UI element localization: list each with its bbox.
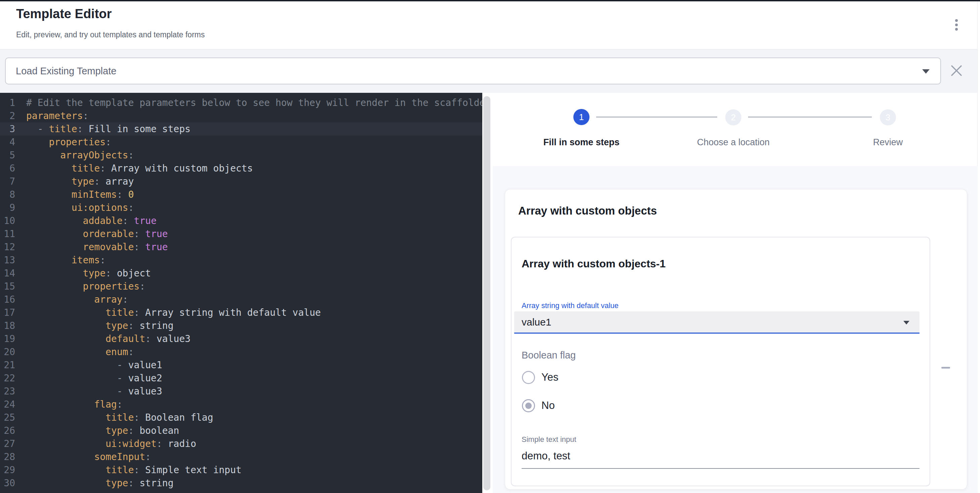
code-text: - title: Fill in some steps	[26, 123, 191, 134]
code-text: title: Boolean flag	[26, 412, 213, 423]
minus-icon	[941, 367, 950, 369]
radio-option-no[interactable]: No	[522, 399, 555, 412]
code-text: properties:	[26, 281, 145, 292]
code-text: type: string	[26, 320, 173, 331]
yaml-code-editor[interactable]: 1# Edit the template parameters below to…	[0, 93, 482, 493]
code-line-21[interactable]: 21 - value1	[0, 359, 482, 372]
code-text: - value1	[26, 359, 162, 370]
code-text: someInput:	[26, 451, 151, 463]
more-options-button[interactable]	[949, 15, 964, 35]
code-line-24[interactable]: 24 flag:	[0, 398, 482, 411]
line-number: 6	[0, 162, 15, 175]
caret-down-icon	[904, 321, 909, 324]
line-number: 22	[0, 372, 15, 385]
code-line-12[interactable]: 12 removable: true	[0, 241, 482, 254]
code-line-29[interactable]: 29 title: Simple text input	[0, 463, 482, 477]
array-string-select-label: Array string with default value	[522, 301, 619, 310]
code-line-7[interactable]: 7 type: array	[0, 175, 482, 188]
code-line-25[interactable]: 25 title: Boolean flag	[0, 411, 482, 424]
step-2-label[interactable]: Choose a location	[666, 137, 800, 148]
code-line-2[interactable]: 2parameters:	[0, 109, 482, 123]
code-line-11[interactable]: 11 orderable: true	[0, 227, 482, 241]
code-line-17[interactable]: 17 title: Array string with default valu…	[0, 306, 482, 319]
editor-scrollbar[interactable]	[483, 96, 490, 490]
step-2-indicator[interactable]: 2	[725, 109, 741, 125]
simple-text-input[interactable]: demo, test	[522, 450, 570, 462]
code-line-30[interactable]: 30 type: string	[0, 477, 482, 490]
step-3-indicator[interactable]: 3	[880, 109, 896, 125]
line-number: 7	[0, 175, 15, 188]
radio-label: Yes	[541, 371, 558, 383]
code-line-1[interactable]: 1# Edit the template parameters below to…	[0, 96, 482, 109]
line-number: 9	[0, 201, 15, 214]
array-item-title: Array with custom objects-1	[522, 258, 666, 270]
load-existing-template-select[interactable]: Load Existing Template	[5, 57, 941, 85]
code-text: minItems: 0	[26, 189, 134, 200]
line-number: 20	[0, 345, 15, 359]
code-text: type: boolean	[26, 425, 179, 436]
form-section-title: Array with custom objects	[518, 204, 657, 217]
step-1-indicator[interactable]: 1	[573, 109, 589, 125]
line-number: 1	[0, 96, 15, 109]
line-number: 19	[0, 332, 15, 345]
code-line-27[interactable]: 27 ui:widget: radio	[0, 437, 482, 450]
code-line-22[interactable]: 22 - value2	[0, 372, 482, 385]
line-number: 25	[0, 411, 15, 424]
code-line-13[interactable]: 13 items:	[0, 254, 482, 267]
line-number: 14	[0, 267, 15, 280]
code-text: - value2	[26, 373, 162, 384]
remove-array-item-button[interactable]	[938, 360, 953, 375]
code-line-6[interactable]: 6 title: Array with custom objects	[0, 162, 482, 175]
code-text: type: object	[26, 268, 151, 279]
stepper-connector	[596, 117, 717, 117]
step-1-label[interactable]: Fill in some steps	[514, 137, 649, 148]
step-3-label[interactable]: Review	[821, 137, 955, 148]
close-icon	[949, 63, 964, 78]
line-number: 28	[0, 450, 15, 463]
code-line-9[interactable]: 9 ui:options:	[0, 201, 482, 214]
line-number: 2	[0, 109, 15, 123]
code-text: ui:widget: radio	[26, 438, 196, 449]
code-text: # Edit the template parameters below to …	[26, 97, 482, 108]
code-text: removable: true	[26, 241, 168, 252]
code-line-16[interactable]: 16 array:	[0, 293, 482, 306]
kebab-menu-icon	[955, 28, 958, 30]
code-line-8[interactable]: 8 minItems: 0	[0, 188, 482, 201]
code-text: orderable: true	[26, 228, 168, 239]
line-number: 5	[0, 148, 15, 162]
code-text: title: Array string with default value	[26, 307, 321, 318]
line-number: 29	[0, 463, 15, 477]
code-text: properties:	[26, 137, 111, 148]
line-number: 10	[0, 214, 15, 227]
array-string-select[interactable]: value1	[514, 311, 920, 333]
array-item-card	[511, 237, 930, 486]
code-text: parameters:	[26, 110, 88, 121]
line-number: 11	[0, 227, 15, 241]
code-line-3[interactable]: 3 - title: Fill in some steps	[0, 123, 482, 136]
radio-checked-icon[interactable]	[522, 399, 535, 412]
code-line-26[interactable]: 26 type: boolean	[0, 424, 482, 437]
select-value: value1	[522, 311, 551, 333]
code-line-10[interactable]: 10 addable: true	[0, 214, 482, 227]
code-line-14[interactable]: 14 type: object	[0, 267, 482, 280]
line-number: 21	[0, 359, 15, 372]
code-line-20[interactable]: 20 enum:	[0, 345, 482, 359]
line-number: 18	[0, 319, 15, 332]
code-text: ui:options:	[26, 202, 134, 213]
code-line-15[interactable]: 15 properties:	[0, 280, 482, 293]
code-line-23[interactable]: 23 - value3	[0, 385, 482, 398]
page-subtitle: Edit, preview, and try out templates and…	[16, 30, 205, 39]
code-line-18[interactable]: 18 type: string	[0, 319, 482, 332]
radio-option-yes[interactable]: Yes	[522, 370, 558, 384]
template-editor-page: Template Editor Edit, preview, and try o…	[0, 0, 980, 493]
code-line-19[interactable]: 19 default: value3	[0, 332, 482, 345]
radio-unchecked-icon[interactable]	[522, 371, 535, 384]
clear-template-button[interactable]	[949, 63, 964, 78]
code-line-4[interactable]: 4 properties:	[0, 136, 482, 148]
line-number: 27	[0, 437, 15, 450]
code-line-5[interactable]: 5 arrayObjects:	[0, 148, 482, 162]
line-number: 15	[0, 280, 15, 293]
code-text: type: array	[26, 176, 134, 187]
caret-down-icon	[922, 69, 929, 73]
code-line-28[interactable]: 28 someInput:	[0, 450, 482, 463]
